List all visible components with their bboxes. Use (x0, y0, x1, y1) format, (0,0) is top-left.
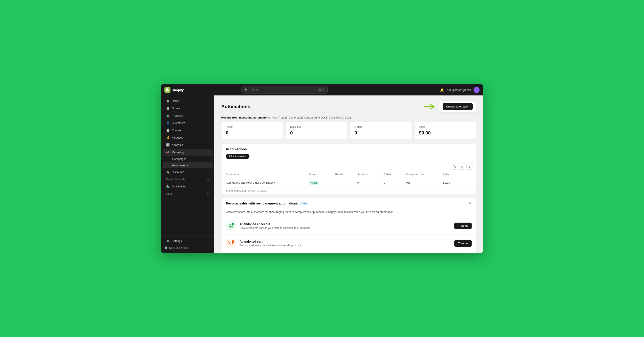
turn-on-cart-button[interactable]: Turn on (454, 240, 472, 247)
results-label: Results from marketing automations Nov 7… (221, 116, 476, 119)
orders-cell: 0 (379, 178, 402, 187)
sidebar-item-label: Analytics (172, 143, 183, 147)
svg-point-3 (232, 227, 233, 228)
sidebar-item-label: Customers (172, 121, 185, 125)
main-layout: 🏠 Home 📋 Orders 🛍️ Products 👤 Customers … (161, 96, 483, 253)
table-toolbar: 🔍 ⚙ ↕ (222, 162, 476, 171)
chevron-apps-icon: ▶ (208, 192, 209, 195)
sidebar-item-settings[interactable]: ⚙️ Settings (163, 237, 213, 244)
sidebar-item-discounts[interactable]: 🏷️ Discounts (163, 169, 213, 175)
sidebar-item-campaigns[interactable]: Campaigns (163, 156, 213, 162)
sidebar-item-online-store[interactable]: 🏪 Online Store (163, 183, 213, 190)
info-icon[interactable]: ℹ (276, 181, 278, 184)
recovery-description: Convert visitors into customers by encou… (222, 208, 476, 217)
non-transferable: ℹ️ Non-transferable (161, 245, 214, 251)
sidebar-item-marketing[interactable]: 📣 Marketing (163, 149, 213, 156)
col-automation: Automation (222, 171, 304, 178)
filter-tabs: All automations (226, 154, 472, 159)
sort-table-button[interactable]: ↕ (466, 164, 472, 170)
sidebar-item-label: Home (172, 99, 179, 103)
sidebar-item-label: Content (172, 129, 182, 132)
svg-point-7 (232, 245, 233, 245)
create-automation-button[interactable]: Create automation (443, 103, 473, 110)
logo[interactable]: shopify (164, 87, 184, 93)
close-recovery-button[interactable]: ✕ (469, 201, 472, 205)
arrow-indicator (424, 103, 437, 110)
search-table-button[interactable]: 🔍 (452, 164, 458, 170)
sales-channels-label: Sales channels (166, 178, 185, 181)
results-label-text: Results from marketing automations (221, 116, 270, 119)
cart-desc: Remind customers they left items in thei… (240, 244, 451, 247)
svg-point-2 (230, 227, 231, 228)
automation-row-browse: ! Abandoned product browse Engage custom… (222, 252, 476, 253)
more-options-button[interactable]: ··· (464, 181, 467, 184)
customers-icon: 👤 (166, 121, 170, 125)
new-badge: New (300, 202, 308, 205)
finances-icon: 💰 (166, 136, 170, 139)
reach-cell: - (331, 178, 353, 187)
automations-table: Automation Status Reach Sessions Orders … (222, 171, 476, 187)
discounts-icon: 🏷️ (166, 170, 170, 174)
actions-cell: ··· (460, 178, 476, 187)
content-area: Automations Create automation (214, 96, 483, 253)
turn-on-checkout-button[interactable]: Turn on (454, 223, 472, 229)
sales-channels-section[interactable]: Sales channels ▶ (163, 176, 213, 182)
col-status: Status (304, 171, 331, 178)
table-row: Abandoned checkout emails by Shopify ℹ A… (222, 178, 476, 187)
sidebar-item-products[interactable]: 🛍️ Products (163, 112, 213, 119)
search-container: 🔍 Search ⌘ K (242, 86, 328, 94)
sidebar-item-customers[interactable]: 👤 Customers (163, 119, 213, 126)
non-transferable-label: Non-transferable (169, 246, 188, 249)
search-icon: 🔍 (244, 88, 248, 92)
search-shortcut: ⌘ K (318, 88, 325, 92)
conversion-rate-cell: 0% (402, 178, 439, 187)
page-header: Automations Create automation (221, 101, 476, 113)
online-store-label: Online Store (172, 185, 187, 188)
filter-table-button[interactable]: ⚙ (459, 164, 465, 170)
orders-icon: 📋 (166, 106, 170, 110)
table-footer: Showing data from the last 30 days. (222, 187, 476, 194)
stat-card-reach: Reach 0 — (221, 122, 283, 139)
stat-label-orders: Orders (354, 125, 407, 128)
stat-value-orders: 0 — (354, 130, 407, 136)
all-automations-tab[interactable]: All automations (226, 154, 250, 159)
stat-value-sales: $0.00 — (419, 130, 472, 136)
col-sales: Sales (439, 171, 460, 178)
sessions-cell: 0 (353, 178, 379, 187)
topbar-right: 🔔 popupsmart-growth P (440, 87, 480, 93)
col-actions (460, 171, 476, 178)
campaigns-label: Campaigns (172, 157, 186, 161)
avatar[interactable]: P (474, 87, 480, 93)
cart-icon: ! (226, 238, 236, 248)
chevron-icon: ▶ (208, 178, 209, 180)
recovery-header: Recover sales with reengagement automati… (222, 198, 476, 208)
apps-section[interactable]: Apps ▶ (163, 190, 213, 197)
col-conversion-rate: Conversion rate (402, 171, 439, 178)
checkout-text: Abandoned checkout Drive customers back … (240, 222, 451, 229)
stat-label-sessions: Sessions (290, 125, 343, 128)
automations-section-header: Automations All automations (222, 144, 476, 162)
svg-text:!: ! (233, 241, 233, 243)
sidebar-item-home[interactable]: 🏠 Home (163, 97, 213, 104)
col-orders: Orders (379, 171, 402, 178)
settings-label: Settings (172, 239, 182, 243)
results-date: Nov 7, 2023-Dec 6, 2023 compared to Oct … (272, 116, 351, 119)
status-badge: Active (309, 181, 320, 185)
logo-icon (164, 87, 170, 93)
bell-icon[interactable]: 🔔 (440, 88, 444, 92)
sidebar-item-content[interactable]: 📄 Content (163, 127, 213, 134)
sidebar-item-analytics[interactable]: 📊 Analytics (163, 141, 213, 148)
sidebar-item-automations[interactable]: Automations (163, 162, 213, 168)
search-box[interactable]: 🔍 Search ⌘ K (242, 86, 328, 94)
sidebar: 🏠 Home 📋 Orders 🛍️ Products 👤 Customers … (161, 96, 214, 253)
stat-value-reach: 0 — (226, 130, 278, 136)
products-icon: 🛍️ (166, 114, 170, 117)
home-icon: 🏠 (166, 99, 170, 103)
sidebar-item-orders[interactable]: 📋 Orders (163, 105, 213, 112)
cart-title: Abandoned cart (240, 240, 451, 243)
sidebar-item-finances[interactable]: 💰 Finances (163, 134, 213, 141)
stat-value-sessions: 0 — (290, 130, 343, 136)
sidebar-item-label: Finances (172, 136, 183, 139)
stat-card-sales: Sales $0.00 — (414, 122, 476, 139)
svg-point-4 (232, 223, 234, 225)
